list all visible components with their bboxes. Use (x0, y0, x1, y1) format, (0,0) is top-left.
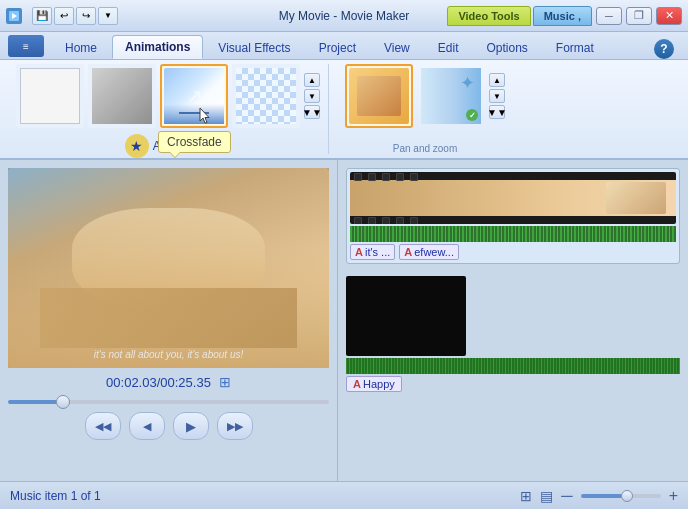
panzoom-scroll-down[interactable]: ▼ (489, 89, 505, 103)
transition-crossfade[interactable]: ↗ (160, 64, 228, 128)
film-hole (410, 173, 418, 181)
film-hole (368, 217, 376, 224)
rewind-button[interactable]: ◀◀ (85, 412, 121, 440)
apply-all-icon: ★ (125, 134, 149, 158)
panzoom-items: ✦ ✓ ▲ ▼ ▼▼ (345, 64, 505, 128)
transition-checker-preview (236, 68, 296, 124)
restore-button[interactable]: ❐ (626, 7, 652, 25)
audio-waveform (350, 226, 676, 242)
video-audio-track (350, 226, 676, 242)
transition-scroll-down[interactable]: ▼ (304, 89, 320, 103)
caption-item-2[interactable]: A efwew... (399, 244, 459, 260)
play-button[interactable]: ▶ (173, 412, 209, 440)
panzoom-preview1 (349, 68, 409, 124)
seek-bar[interactable] (8, 400, 329, 404)
film-hole (382, 217, 390, 224)
caption-item-1[interactable]: A it's ... (350, 244, 395, 260)
transition-fade[interactable] (88, 64, 156, 128)
time-display: 00:02.03/00:25.35 ⊞ (8, 374, 329, 390)
transition-scroll-up[interactable]: ▲ (304, 73, 320, 87)
transition-items: ↗ ▲ ▼ ▼▼ (16, 64, 320, 128)
undo-button[interactable]: ↩ (54, 7, 74, 25)
film-hole (396, 217, 404, 224)
step-back-button[interactable]: ◀ (129, 412, 165, 440)
film-hole (382, 173, 390, 181)
video-preview: it's not all about you, it's about us! (8, 168, 329, 368)
status-right: ⊞ ▤ ─ + (520, 487, 678, 505)
panzoom-scroll-more[interactable]: ▼▼ (489, 105, 505, 119)
video-frame (8, 168, 329, 368)
caption-tracks: A it's ... A efwew... (350, 244, 676, 260)
app-icon (6, 8, 22, 24)
caption-item-happy[interactable]: A Happy (346, 376, 402, 392)
tab-animations[interactable]: Animations (112, 35, 203, 59)
crossfade-tooltip: Crossfade (158, 131, 231, 153)
panzoom-preview2: ✦ ✓ (421, 68, 481, 124)
title-bar: 💾 ↩ ↪ ▼ My Movie - Movie Maker Video Too… (0, 0, 688, 32)
tab-format[interactable]: Format (543, 36, 607, 59)
redo-button[interactable]: ↪ (76, 7, 96, 25)
film-hole (354, 217, 362, 224)
tooltip-triangle-inner (170, 152, 180, 157)
video-caption: it's not all about you, it's about us! (8, 349, 329, 360)
music-tab[interactable]: Music , (533, 6, 592, 26)
music-audio-track (346, 358, 680, 374)
tab-visual-effects[interactable]: Visual Effects (205, 36, 303, 59)
panzoom-option1[interactable] (345, 64, 413, 128)
film-hole (368, 173, 376, 181)
close-button[interactable]: ✕ (656, 7, 682, 25)
transition-scroll-more[interactable]: ▼▼ (304, 105, 320, 119)
title-bar-controls: 💾 ↩ ↪ ▼ (32, 7, 118, 25)
ribbon-content: ↗ ▲ ▼ ▼▼ ★ Apply to all Transitions (0, 60, 688, 160)
dropdown-button[interactable]: ▼ (98, 7, 118, 25)
panzoom-group: ✦ ✓ ▲ ▼ ▼▼ Pan and zoom (337, 64, 513, 154)
panzoom-scroll: ▲ ▼ ▼▼ (489, 73, 505, 119)
panzoom-option2[interactable]: ✦ ✓ (417, 64, 485, 128)
minimize-button[interactable]: ─ (596, 7, 622, 25)
step-forward-button[interactable]: ▶▶ (217, 412, 253, 440)
status-text: Music item 1 of 1 (10, 489, 101, 503)
zoom-out-button[interactable]: ─ (561, 487, 572, 505)
film-hole (396, 173, 404, 181)
status-bar: Music item 1 of 1 ⊞ ▤ ─ + (0, 481, 688, 509)
title-bar-right: Video Tools Music , ─ ❐ ✕ (447, 6, 682, 26)
transition-checker[interactable] (232, 64, 300, 128)
film-hole (410, 217, 418, 224)
transition-fade-preview (92, 68, 152, 124)
timeline-pane: A it's ... A efwew... A Happy (338, 160, 688, 481)
film-image (350, 180, 676, 216)
seek-thumb[interactable] (56, 395, 70, 409)
title-bar-left: 💾 ↩ ↪ ▼ (6, 7, 118, 25)
main-area: it's not all about you, it's about us! 0… (0, 160, 688, 481)
split-view-icon[interactable]: ⊞ (520, 488, 532, 504)
tab-edit[interactable]: Edit (425, 36, 472, 59)
transition-scroll: ▲ ▼ ▼▼ (304, 73, 320, 119)
ribbon-tabs: ≡ Home Animations Visual Effects Project… (0, 32, 688, 60)
black-clip[interactable] (346, 276, 466, 356)
video-tools-tab[interactable]: Video Tools (447, 6, 530, 26)
tab-home[interactable]: Home (52, 36, 110, 59)
video-track: A it's ... A efwew... (346, 168, 680, 264)
transition-none[interactable] (16, 64, 84, 128)
second-clip-track: A Happy (346, 272, 680, 392)
save-button[interactable]: 💾 (32, 7, 52, 25)
zoom-slider[interactable] (581, 494, 661, 498)
tab-options[interactable]: Options (473, 36, 540, 59)
help-button[interactable]: ? (654, 39, 674, 59)
film-hole (354, 173, 362, 181)
timeline-view-icon[interactable]: ▤ (540, 488, 553, 504)
tab-view[interactable]: View (371, 36, 423, 59)
panzoom-label: Pan and zoom (393, 139, 458, 154)
window-title: My Movie - Movie Maker (279, 9, 410, 23)
playback-controls: ◀◀ ◀ ▶ ▶▶ (8, 412, 329, 440)
zoom-in-button[interactable]: + (669, 487, 678, 505)
music-waveform (346, 358, 680, 374)
preview-pane: it's not all about you, it's about us! 0… (0, 160, 338, 481)
expand-button[interactable]: ⊞ (219, 374, 231, 390)
film-strip (350, 172, 676, 224)
transition-none-preview (20, 68, 80, 124)
panzoom-scroll-up[interactable]: ▲ (489, 73, 505, 87)
zoom-thumb (621, 490, 633, 502)
tab-project[interactable]: Project (306, 36, 369, 59)
app-menu-button[interactable]: ≡ (8, 35, 44, 57)
